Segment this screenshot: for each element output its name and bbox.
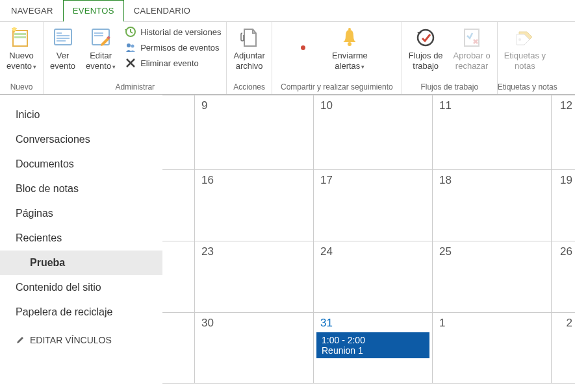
svg-rect-6 xyxy=(57,35,70,36)
tab-navegar[interactable]: NAVEGAR xyxy=(1,0,63,21)
flujos-button[interactable]: Flujos de trabajo xyxy=(403,25,448,72)
bell-icon xyxy=(338,26,361,49)
ribbon-group-etiquetas: Etiquetas y notas Etiquetas y notas xyxy=(498,22,557,94)
cal-cell[interactable]: 30 xyxy=(195,313,314,383)
cal-cell[interactable]: 19 xyxy=(552,170,575,241)
tab-eventos[interactable]: EVENTOS xyxy=(63,0,124,22)
svg-rect-2 xyxy=(14,36,26,38)
sidebar-item-paginas[interactable]: Páginas xyxy=(0,201,162,226)
svg-rect-11 xyxy=(94,35,103,36)
nuevo-evento-button[interactable]: Nuevo evento xyxy=(1,25,42,72)
red-dot-icon xyxy=(301,45,305,50)
sidebar-item-conversaciones[interactable]: Conversaciones xyxy=(0,127,162,152)
edit-event-icon xyxy=(89,26,112,49)
delete-icon xyxy=(125,57,136,69)
day-number: 12 xyxy=(558,99,572,112)
tab-bar: NAVEGAR EVENTOS CALENDARIO xyxy=(0,0,575,22)
cal-cell[interactable]: 12 xyxy=(552,95,575,169)
edit-links-button[interactable]: EDITAR VÍNCULOS xyxy=(0,325,162,356)
ribbon-group-administrar: Ver evento Editar evento Historial de ve… xyxy=(44,22,227,94)
day-number: 26 xyxy=(558,245,572,258)
sidebar-item-contenido[interactable]: Contenido del sitio xyxy=(0,275,162,300)
cal-cell[interactable]: 311:00 - 2:00Reunion 1 xyxy=(314,313,433,383)
tab-calendario[interactable]: CALENDARIO xyxy=(124,0,201,21)
eliminar-button[interactable]: Eliminar evento xyxy=(125,57,221,69)
svg-point-21 xyxy=(518,38,521,41)
sidebar-item-documentos[interactable]: Documentos xyxy=(0,152,162,177)
cal-cell[interactable]: 17 xyxy=(314,170,433,241)
workflow-icon xyxy=(414,26,437,49)
day-number: 11 xyxy=(439,99,544,112)
svg-point-3 xyxy=(12,27,16,31)
event-title: Reunion 1 xyxy=(322,345,424,356)
cal-cell[interactable]: 1 xyxy=(433,313,552,383)
cal-cell-lead[interactable] xyxy=(162,241,195,312)
main: Inicio Conversaciones Documentos Bloc de… xyxy=(0,95,575,392)
day-number: 25 xyxy=(439,245,544,258)
svg-point-15 xyxy=(131,45,134,48)
cal-cell[interactable]: 2 xyxy=(552,313,575,383)
cal-cell[interactable]: 23 xyxy=(195,241,314,312)
editar-evento-button[interactable]: Editar evento xyxy=(81,25,121,72)
permissions-icon xyxy=(125,42,136,53)
cal-cell[interactable]: 9 xyxy=(195,95,314,169)
attach-icon xyxy=(238,26,261,49)
ribbon-group-compartir: Enviarme alertas Compartir y realizar se… xyxy=(272,22,402,94)
ribbon-label-etiquetas: Etiquetas y notas xyxy=(498,81,557,94)
view-event-icon xyxy=(51,26,75,49)
day-number: 19 xyxy=(558,174,572,187)
sidebar-item-inicio[interactable]: Inicio xyxy=(0,103,162,127)
cal-cell[interactable]: 26 xyxy=(552,241,575,312)
edit-links-label: EDITAR VÍNCULOS xyxy=(30,335,112,345)
adjuntar-label: Adjuntar archivo xyxy=(233,51,264,71)
day-number: 17 xyxy=(320,174,426,187)
sidebar-item-recientes[interactable]: Recientes xyxy=(0,226,162,251)
sidebar-item-papelera[interactable]: Papelera de reciclaje xyxy=(0,300,162,325)
sidebar-item-bloc[interactable]: Bloc de notas xyxy=(0,177,162,201)
cal-cell[interactable]: 25 xyxy=(433,241,552,312)
calendar-event[interactable]: 1:00 - 2:00Reunion 1 xyxy=(316,332,429,358)
cal-cell[interactable]: 18 xyxy=(433,170,552,241)
day-number: 16 xyxy=(201,174,307,187)
svg-point-14 xyxy=(127,43,131,47)
day-number: 9 xyxy=(201,99,307,112)
cal-cell-lead[interactable] xyxy=(162,313,195,383)
ver-evento-button[interactable]: Ver evento xyxy=(45,25,81,72)
eliminar-label: Eliminar evento xyxy=(140,58,199,68)
alertas-button[interactable]: Enviarme alertas xyxy=(327,25,373,72)
tags-icon xyxy=(513,26,537,49)
day-number: 10 xyxy=(320,99,426,112)
cal-cell-lead[interactable] xyxy=(162,95,195,169)
historial-label: Historial de versiones xyxy=(140,27,221,37)
historial-button[interactable]: Historial de versiones xyxy=(125,26,221,38)
svg-rect-9 xyxy=(92,29,109,45)
svg-rect-7 xyxy=(57,38,70,39)
ribbon-label-compartir: Compartir y realizar seguimiento xyxy=(272,81,402,94)
svg-rect-4 xyxy=(55,29,71,45)
day-number: 30 xyxy=(201,317,307,330)
cal-cell[interactable]: 11 xyxy=(433,95,552,169)
flujos-label: Flujos de trabajo xyxy=(409,51,443,71)
day-number: 18 xyxy=(439,174,544,187)
sidebar-item-prueba[interactable]: Prueba xyxy=(0,251,162,275)
cal-cell[interactable]: 24 xyxy=(314,241,433,312)
svg-rect-17 xyxy=(348,28,351,31)
new-event-icon xyxy=(10,26,33,49)
ribbon-group-acciones: Adjuntar archivo Acciones xyxy=(227,22,272,94)
adjuntar-button[interactable]: Adjuntar archivo xyxy=(228,25,270,72)
cal-cell-lead[interactable] xyxy=(162,170,195,241)
pencil-icon xyxy=(16,336,25,345)
svg-point-18 xyxy=(418,30,433,45)
ribbon: Nuevo evento Nuevo Ver evento Editar eve… xyxy=(0,22,575,95)
etiquetas-button[interactable]: Etiquetas y notas xyxy=(499,25,551,72)
ribbon-group-flujos: Flujos de trabajo Aprobar o rechazar Flu… xyxy=(402,22,498,94)
history-icon xyxy=(125,26,136,38)
ver-evento-label: Ver evento xyxy=(50,51,75,71)
etiquetas-label: Etiquetas y notas xyxy=(504,51,546,71)
permisos-button[interactable]: Permisos de eventos xyxy=(125,42,221,53)
aprobar-label: Aprobar o rechazar xyxy=(454,51,491,71)
event-time: 1:00 - 2:00 xyxy=(322,335,424,345)
cal-cell[interactable]: 10 xyxy=(314,95,433,169)
aprobar-button[interactable]: Aprobar o rechazar xyxy=(448,25,496,72)
cal-cell[interactable]: 16 xyxy=(195,170,314,241)
